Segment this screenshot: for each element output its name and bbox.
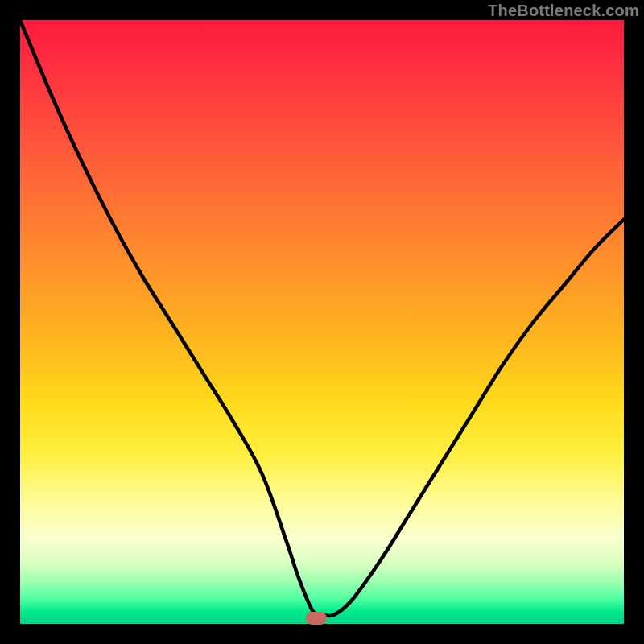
optimum-marker: [306, 612, 327, 625]
watermark-text: TheBottleneck.com: [488, 2, 639, 20]
bottleneck-curve: [20, 20, 624, 624]
chart-frame: TheBottleneck.com: [0, 0, 644, 644]
